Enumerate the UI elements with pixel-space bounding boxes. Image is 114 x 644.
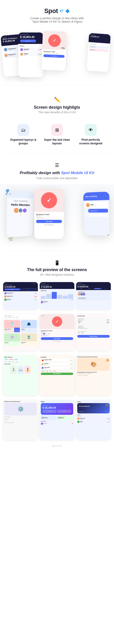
screens-grid: History USS • 36 Bank of America $ 16,80… (0, 280, 114, 312)
header-subtitle-2: "Spot Mobile UI Kit" in Sketch & Figma (4, 20, 110, 23)
screen-wallet: Wallet Total Balance $ 16,180.34 ↑ Send … (40, 400, 74, 440)
screen-shop-detail: ✓ ← Details Genesisso T-shirt Quantity: … (40, 314, 74, 351)
feature-organized: 🗂 Organized layerys & groups (8, 124, 38, 145)
screens-grid-shop: The Top Shop Bag Product Size Sort 👕 Cot… (0, 312, 114, 353)
highlights-title: Screen design highligts (4, 105, 110, 110)
screen-banking-1: History USS • 36 Bank of America $ 16,80… (3, 282, 38, 310)
screen-drawing: Drawing Tutorials and Unique Techniques … (76, 355, 111, 395)
sketch-icon: 💎 (59, 9, 64, 13)
highlights-subtitle: The main benefits of this UI Kit (4, 111, 110, 114)
features-grid: 🗂 Organized layerys & groups ⊞ Super fla… (0, 118, 114, 151)
watermark: gfxra.com (0, 442, 114, 449)
eye-icon: 👁 (88, 128, 93, 133)
screen-banking-2: Hey, Andy! Bank of America $ 16,803.40 A… (40, 282, 74, 310)
feature-flat: ⊞ Super flat and clean layouts (42, 124, 72, 145)
screen-machinery: Machinery and mechanical parts ⚙️ Your s… (3, 400, 38, 440)
section-profitably: ☰ Profitably design with Spot Mobile UI … (0, 156, 114, 182)
section-full-preview: 📱 The full preview of the screens 25+ We… (0, 253, 114, 280)
feature-pixel: 👁 Pixel perfectly screens designed (76, 124, 106, 145)
figma-icon: 🔷 (65, 9, 70, 13)
page-header: Spot 💎 🔷 Create a perfect design in few … (0, 0, 114, 28)
feature-flat-label: Super flat and clean layouts (42, 138, 72, 145)
preview-title: The full preview of the screens (4, 268, 110, 272)
layout-icon: ⊞ (55, 127, 59, 133)
screen-journal: Daily Journal Writing Designing Journal … (3, 355, 38, 395)
section-highlights: ✏️ Screen design highligts The main bene… (0, 88, 114, 118)
mockup-3d-area: 👤 👤 🌿 ⭐ ✦ ✦ Type something Hello Member … (0, 184, 114, 248)
pixel-icon-box: 👁 (85, 124, 97, 136)
organized-icon-box: 🗂 (17, 124, 29, 136)
edit-icon: ✏️ (4, 97, 110, 103)
flat-icon-box: ⊞ (51, 124, 63, 136)
hero-screenshots: History Bank of America $ 16,803.40 Clau… (0, 30, 114, 83)
feature-organized-label: Organized layerys & groups (8, 138, 38, 145)
screen-banking-3: Hey, Andy! Bank of America $ 16,803.40 T… (76, 282, 111, 310)
divider-2 (4, 153, 110, 153)
screen-shop-1: The Top Shop Bag Product Size Sort 👕 Cot… (3, 314, 38, 351)
profitably-title: Profitably design with Spot Mobile UI Ki… (4, 170, 110, 176)
app-title: Spot (44, 7, 58, 15)
profitably-subtitle: Fully customizable and adjustable (4, 176, 110, 180)
header-subtitle-1: Create a perfect design in few clicks wi… (4, 16, 110, 20)
screens-grid-journal: Daily Journal Writing Designing Journal … (0, 353, 114, 398)
screen-shop-confirm: Confirmation Shopping Bag Cotton T-shirt… (76, 314, 111, 351)
list-icon: ☰ (4, 162, 110, 168)
feature-pixel-label: Pixel perfectly screens designed (76, 138, 106, 145)
screen-cards: Cards Visa 4479 0103 4583 0341 Claudia P… (76, 400, 111, 440)
screens-grid-machinery: Machinery and mechanical parts ⚙️ Your s… (0, 398, 114, 442)
divider-3 (4, 251, 110, 251)
layers-icon: 🗂 (21, 128, 26, 133)
profitably-title-brand: Spot Mobile UI Kit (61, 171, 94, 175)
watermark-text: gfxra.com (52, 444, 62, 447)
divider-1 (4, 85, 110, 85)
profitably-title-plain: Profitably design with (20, 171, 61, 175)
phone-icon: 📱 (4, 260, 110, 266)
screen-food: Breakfast 🍅 Tomatos Salad 19 kcal + Add (40, 355, 74, 395)
preview-subtitle: 25+ Well designed solutions (4, 273, 110, 276)
